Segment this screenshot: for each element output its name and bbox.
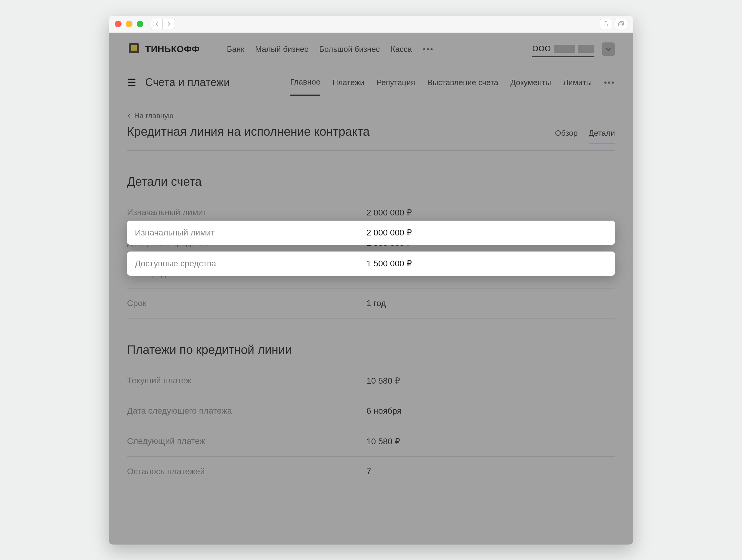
close-window-icon[interactable] xyxy=(115,20,121,27)
row-value: 7 xyxy=(366,467,371,477)
detail-row: Срок 1 год xyxy=(127,288,615,319)
top-nav-links: Банк Малый бизнес Большой бизнес Касса •… xyxy=(227,45,434,54)
chevron-left-icon xyxy=(127,113,131,118)
subnav-tab[interactable]: Лимиты xyxy=(563,78,592,87)
share-button[interactable] xyxy=(600,19,612,29)
page-tab-details[interactable]: Детали xyxy=(589,128,615,144)
browser-window: ТИНЬКОФФ Банк Малый бизнес Большой бизне… xyxy=(109,16,633,545)
payment-row: Текущий платеж 10 580 ₽ xyxy=(127,366,615,396)
top-link[interactable]: Касса xyxy=(391,45,412,54)
row-label: Следующий платеж xyxy=(127,436,366,446)
row-value: 10 580 ₽ xyxy=(366,376,400,386)
top-nav: ТИНЬКОФФ Банк Малый бизнес Большой бизне… xyxy=(127,33,615,66)
highlight-label: Доступные средства xyxy=(135,259,366,269)
dropdown-button[interactable] xyxy=(602,43,615,56)
highlight-label: Изначальный лимит xyxy=(135,228,366,237)
more-icon[interactable]: ••• xyxy=(604,78,615,87)
menu-icon[interactable]: ☰ xyxy=(127,76,136,89)
top-link[interactable]: Банк xyxy=(227,45,244,54)
row-value: 6 ноября xyxy=(366,406,402,416)
page-tabs: Обзор Детали xyxy=(555,128,615,144)
highlight-value: 1 500 000 ₽ xyxy=(366,259,412,269)
details-heading: Детали счета xyxy=(127,175,615,188)
org-name-redacted xyxy=(554,45,575,53)
subnav-tab[interactable]: Главное xyxy=(290,77,320,96)
org-prefix: ООО xyxy=(532,44,551,53)
page-tab-overview[interactable]: Обзор xyxy=(555,128,578,144)
section-title: Счета и платежи xyxy=(145,76,230,89)
brand-text: ТИНЬКОФФ xyxy=(145,44,200,54)
sub-nav: ☰ Счета и платежи Главное Платежи Репута… xyxy=(127,66,615,99)
payment-row: Следующий платеж 10 580 ₽ xyxy=(127,426,615,457)
subnav-tab[interactable]: Репутация xyxy=(376,78,415,87)
org-selector[interactable]: ООО xyxy=(532,44,594,57)
svg-rect-3 xyxy=(131,45,137,51)
back-button[interactable] xyxy=(151,19,163,29)
chevron-down-icon xyxy=(605,47,612,51)
row-value: 2 000 000 ₽ xyxy=(366,208,412,218)
subnav-tab[interactable]: Документы xyxy=(511,78,551,87)
row-label: Текущий платеж xyxy=(127,376,366,385)
breadcrumb[interactable]: На главную xyxy=(127,112,615,120)
payment-row: Дата следующего платежа 6 ноября xyxy=(127,396,615,426)
maximize-window-icon[interactable] xyxy=(137,20,143,27)
row-label: Осталось платежей xyxy=(127,467,366,477)
forward-button[interactable] xyxy=(163,19,175,29)
page-content: ТИНЬКОФФ Банк Малый бизнес Большой бизне… xyxy=(109,33,633,545)
row-label: Дата следующего платежа xyxy=(127,406,366,416)
highlight-value: 2 000 000 ₽ xyxy=(366,228,412,237)
subnav-tab[interactable]: Выставление счета xyxy=(427,78,498,87)
row-label: Срок xyxy=(127,298,366,308)
minimize-window-icon[interactable] xyxy=(126,20,132,27)
svg-rect-1 xyxy=(620,21,624,25)
titlebar xyxy=(109,16,633,33)
top-link[interactable]: Малый бизнес xyxy=(255,45,308,54)
brand-logo[interactable]: ТИНЬКОФФ xyxy=(127,42,200,56)
nav-buttons xyxy=(151,19,175,29)
tabs-button[interactable] xyxy=(615,19,627,29)
subnav-tab[interactable]: Платежи xyxy=(332,78,364,87)
highlight-available-funds: Доступные средства 1 500 000 ₽ xyxy=(127,251,615,276)
more-icon[interactable]: ••• xyxy=(423,45,434,54)
tinkoff-shield-icon xyxy=(127,42,141,56)
top-link[interactable]: Большой бизнес xyxy=(319,45,380,54)
org-name-redacted xyxy=(578,45,594,53)
payments-heading: Платежи по кредитной линии xyxy=(127,343,615,357)
row-label: Изначальный лимит xyxy=(127,208,366,217)
payment-row: Осталось платежей 7 xyxy=(127,457,615,487)
highlight-initial-limit: Изначальный лимит 2 000 000 ₽ xyxy=(127,221,615,245)
page-title: Кредитная линия на исполнение контракта xyxy=(127,125,369,138)
sub-nav-tabs: Главное Платежи Репутация Выставление сч… xyxy=(290,77,615,88)
window-controls xyxy=(115,20,143,27)
breadcrumb-label: На главную xyxy=(134,112,173,120)
row-value: 1 год xyxy=(366,298,386,308)
row-value: 10 580 ₽ xyxy=(366,436,400,446)
svg-rect-0 xyxy=(619,23,622,26)
